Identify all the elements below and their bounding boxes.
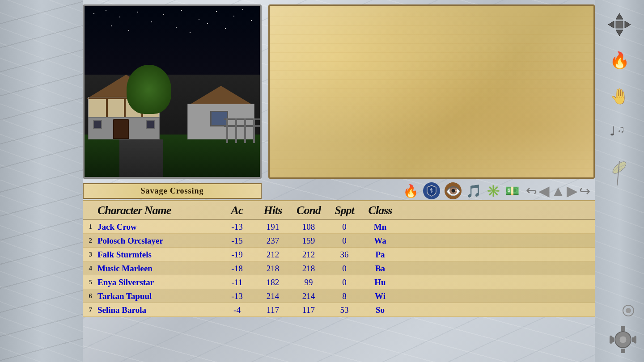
char-hits: 237 xyxy=(255,235,291,246)
char-ac: -4 xyxy=(219,304,255,315)
char-sppt: 0 xyxy=(326,235,362,246)
char-ac: -11 xyxy=(219,277,255,287)
flame-icon-right[interactable]: 🔥 xyxy=(604,45,635,76)
fire-bar-icon[interactable]: 🔥 xyxy=(403,184,419,198)
right-roof xyxy=(187,86,254,106)
location-name: Savage Crossing xyxy=(140,186,203,195)
char-hits: 182 xyxy=(255,277,291,287)
top-section xyxy=(83,4,595,179)
col-sppt-header: Sppt xyxy=(326,204,362,217)
svg-text:♩: ♩ xyxy=(610,124,615,138)
col-class-header: Class xyxy=(362,204,398,217)
table-row[interactable]: 6 Tarkan Tapuul -13 214 214 8 Wi xyxy=(83,289,595,303)
col-ac-header: Ac xyxy=(219,204,255,217)
table-row[interactable]: 3 Falk Sturmfels -19 212 212 36 Pa xyxy=(83,248,595,261)
char-ac: -15 xyxy=(219,235,255,246)
right-panel: 🔥 🤚 ♩ ♫ xyxy=(595,0,644,362)
char-name: Tarkan Tapuul xyxy=(94,290,219,301)
compass-bar-icon[interactable]: ✳️ xyxy=(486,184,500,198)
char-class: Mn xyxy=(362,221,398,232)
eye-bar-icon[interactable]: 👁️ xyxy=(445,182,462,199)
char-hits: 214 xyxy=(255,290,291,301)
flame-symbol: 🔥 xyxy=(610,51,630,70)
svg-point-24 xyxy=(619,336,627,343)
nav-arrow-right[interactable]: ▶ xyxy=(567,182,578,199)
svg-text:⚕: ⚕ xyxy=(430,187,433,194)
char-sppt: 0 xyxy=(326,277,362,287)
char-ac: -13 xyxy=(219,290,255,301)
nav-arrow-up[interactable]: ▲ xyxy=(551,183,565,199)
game-viewport xyxy=(83,4,262,179)
char-cond: 159 xyxy=(291,235,326,246)
row-number: 1 xyxy=(83,221,94,232)
fence xyxy=(224,118,260,143)
char-class: Wa xyxy=(362,235,398,246)
nav-arrow-back-right[interactable]: ↪ xyxy=(579,183,590,199)
row-number: 2 xyxy=(83,235,94,246)
nav-arrow-back-left[interactable]: ↪ xyxy=(526,183,537,199)
table-row[interactable]: 4 Music Marleen -18 218 218 0 Ba xyxy=(83,261,595,275)
svg-marker-1 xyxy=(616,30,623,36)
char-cond: 108 xyxy=(291,221,326,232)
char-class: Hu xyxy=(362,277,398,287)
viewport-scene xyxy=(85,6,260,177)
location-label-container: Savage Crossing xyxy=(83,183,262,199)
table-row[interactable]: 2 Polosch Orcslayer -15 237 159 0 Wa xyxy=(83,234,595,248)
shield-bar-icon[interactable]: ⚕ xyxy=(423,182,440,199)
hand-icon-right[interactable]: 🤚 xyxy=(604,80,635,112)
svg-marker-0 xyxy=(616,13,623,19)
main-content: Savage Crossing 🔥 ⚕ 👁️ 🎵 ✳️ 💵 xyxy=(83,4,595,358)
hand-symbol: 🤚 xyxy=(610,87,629,105)
door xyxy=(113,119,129,139)
svg-text:♫: ♫ xyxy=(617,123,625,135)
svg-marker-3 xyxy=(625,21,631,28)
music-bar-icon[interactable]: 🎵 xyxy=(466,184,482,198)
col-num-header xyxy=(83,204,94,217)
tree xyxy=(146,72,171,143)
settings-gear-icon[interactable] xyxy=(607,324,639,355)
char-cond: 214 xyxy=(291,290,326,301)
small-circle-icon[interactable] xyxy=(617,299,640,322)
char-name: Music Marleen xyxy=(94,263,219,274)
table-row[interactable]: 7 Selina Barola -4 117 117 53 So xyxy=(83,303,595,317)
char-sppt: 0 xyxy=(326,221,362,232)
char-hits: 218 xyxy=(255,263,291,274)
window-left xyxy=(93,120,102,129)
char-hits: 212 xyxy=(255,249,291,260)
parchment-lines xyxy=(270,6,593,177)
char-class: Wi xyxy=(362,290,398,301)
money-bar-icon[interactable]: 💵 xyxy=(505,184,519,198)
svg-rect-4 xyxy=(616,21,623,28)
tree-foliage xyxy=(127,65,171,114)
character-table: Character Name Ac Hits Cond Sppt Class 1… xyxy=(83,200,595,317)
char-ac: -19 xyxy=(219,249,255,260)
char-cond: 218 xyxy=(291,263,326,274)
char-ac: -18 xyxy=(219,263,255,274)
svg-rect-15 xyxy=(621,326,625,331)
char-name: Selina Barola xyxy=(94,304,219,315)
row-number: 3 xyxy=(83,249,94,260)
char-sppt: 53 xyxy=(326,304,362,315)
character-rows: 1 Jack Crow -13 191 108 0 Mn 2 Polosch O… xyxy=(83,220,595,317)
char-name: Polosch Orcslayer xyxy=(94,235,219,246)
table-row[interactable]: 5 Enya Silverstar -11 182 99 0 Hu xyxy=(83,275,595,289)
move-arrows-icon[interactable] xyxy=(604,9,635,40)
char-sppt: 0 xyxy=(326,263,362,274)
location-label: Savage Crossing xyxy=(83,183,262,199)
row-number: 6 xyxy=(83,290,94,301)
nav-arrows: ↪ ◀ ▲ ▶ ↪ xyxy=(526,182,590,199)
map-parchment[interactable] xyxy=(268,4,595,179)
table-row[interactable]: 1 Jack Crow -13 191 108 0 Mn xyxy=(83,220,595,234)
svg-marker-2 xyxy=(608,21,614,28)
nav-arrow-left[interactable]: ◀ xyxy=(538,182,550,199)
char-name: Enya Silverstar xyxy=(94,277,219,287)
quill-icon-right[interactable] xyxy=(604,156,635,188)
road xyxy=(119,139,163,177)
svg-rect-16 xyxy=(621,349,625,353)
char-sppt: 8 xyxy=(326,290,362,301)
char-hits: 117 xyxy=(255,304,291,315)
col-cond-header: Cond xyxy=(291,204,326,217)
music-icon-right[interactable]: ♩ ♫ xyxy=(604,116,635,147)
table-header: Character Name Ac Hits Cond Sppt Class xyxy=(83,201,595,220)
char-name: Jack Crow xyxy=(94,221,219,232)
